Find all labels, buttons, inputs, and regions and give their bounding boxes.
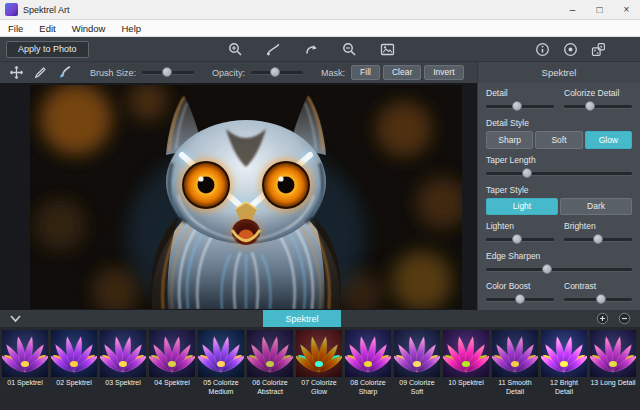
preset-thumbnail[interactable]: 04 Spektrel [149,330,195,410]
lighten-slider[interactable] [486,234,554,245]
apply-to-photo-button[interactable]: Apply to Photo [6,41,89,58]
preset-label: 05 Colorize Medium [198,379,244,397]
add-icon[interactable] [596,312,609,325]
canvas-area [0,83,477,310]
redo-icon[interactable] [304,42,319,57]
preset-label: 10 Spektrel [443,379,489,388]
toolbar-center-icons [89,42,535,57]
menu-bar: File Edit Window Help [0,20,640,37]
tool-buttons [9,65,72,80]
window-title: Spektrel Art [23,5,70,15]
brighten-slider[interactable] [564,234,632,245]
lighten-label: Lighten [486,221,554,231]
preset-label: 01 Spektrel [2,379,48,388]
colorize-detail-label: Colorize Detail [564,88,632,98]
preset-image [51,330,97,377]
preset-image [541,330,587,377]
preset-image [492,330,538,377]
menu-help[interactable]: Help [113,20,149,36]
tab-bar-icons [596,312,631,325]
taper-style-light-button[interactable]: Light [486,198,558,216]
preview-image-icon[interactable] [380,42,395,57]
brighten-label: Brighten [564,221,632,231]
mask-invert-button[interactable]: Invert [424,65,463,80]
mask-clear-button[interactable]: Clear [383,65,421,80]
minimize-button[interactable]: – [559,0,586,19]
taper-length-slider[interactable] [486,168,632,179]
adjustments-panel: Detail Colorize Detail Detail Style Shar… [477,83,640,310]
detail-style-glow-button[interactable]: Glow [585,131,632,149]
preset-label: 02 Spektrel [51,379,97,388]
brush-icon[interactable] [266,42,281,57]
taper-style-label: Taper Style [486,185,632,195]
colorize-detail-slider[interactable] [564,101,632,112]
remove-icon[interactable] [618,312,631,325]
preset-label: 06 Colorize Abstract [247,379,293,397]
preset-thumbnail[interactable]: 02 Spektrel [51,330,97,410]
maximize-button[interactable]: □ [586,0,613,19]
preset-image [2,330,48,377]
contrast-slider[interactable] [564,294,632,305]
brush-size-label: Brush Size: [90,68,136,78]
preset-label: 09 Colorize Soft [394,379,440,397]
preset-thumbnail[interactable]: 09 Colorize Soft [394,330,440,410]
brush-size-slider[interactable] [142,67,194,78]
preset-image [149,330,195,377]
detail-style-sharp-button[interactable]: Sharp [486,131,533,149]
preset-label: 13 Long Detail [590,379,636,388]
taper-style-group: Light Dark [486,198,632,216]
preset-tab-bar: Spektrel [0,310,640,327]
preset-thumbnail[interactable]: 12 Bright Detail [541,330,587,410]
preset-thumbnail[interactable]: 07 Colorize Glow [296,330,342,410]
preset-thumbnail[interactable]: 01 Spektrel [2,330,48,410]
preset-thumbnail[interactable]: 05 Colorize Medium [198,330,244,410]
detail-style-soft-button[interactable]: Soft [535,131,582,149]
detail-slider[interactable] [486,101,554,112]
detail-label: Detail [486,88,554,98]
opacity-label: Opacity: [212,68,245,78]
info-icon[interactable] [535,42,550,57]
preset-image [247,330,293,377]
preset-image [100,330,146,377]
menu-window[interactable]: Window [64,20,114,36]
contrast-label: Contrast [564,281,632,291]
artwork-image[interactable] [30,85,462,309]
app-window: Spektrel Art – □ × File Edit Window Help… [0,0,640,410]
preset-label: 11 Smooth Detail [492,379,538,397]
color-boost-slider[interactable] [486,294,554,305]
close-button[interactable]: × [613,0,640,19]
detail-style-group: Sharp Soft Glow [486,131,632,149]
menu-file[interactable]: File [0,20,31,36]
main-toolbar: Apply to Photo [0,37,640,61]
preset-image [443,330,489,377]
menu-edit[interactable]: Edit [31,20,63,36]
mask-fill-button[interactable]: Fill [351,65,380,80]
preset-thumbnail[interactable]: 13 Long Detail [590,330,636,410]
chevron-down-icon[interactable] [8,311,23,326]
toolbar-right-icons [535,42,606,57]
preset-label: 12 Bright Detail [541,379,587,397]
preset-thumbnail[interactable]: 06 Colorize Abstract [247,330,293,410]
preset-thumbnail[interactable]: 03 Spektrel [100,330,146,410]
thumbnail-strip: 01 Spektrel 02 Spektrel 03 Spektrel 04 S… [0,327,640,410]
preset-thumbnail[interactable]: 11 Smooth Detail [492,330,538,410]
window-controls: – □ × [559,0,640,19]
edge-sharpen-slider[interactable] [486,264,632,275]
opacity-slider[interactable] [251,67,303,78]
taper-length-label: Taper Length [486,155,632,165]
preset-image [296,330,342,377]
move-tool-icon[interactable] [9,65,24,80]
zoom-in-icon[interactable] [228,42,243,57]
preset-image [345,330,391,377]
edge-sharpen-label: Edge Sharpen [486,251,632,261]
tool-options-bar: Brush Size: Opacity: Mask: Fill Clear In… [0,61,640,83]
pencil-tool-icon[interactable] [33,65,48,80]
random-dice-icon[interactable] [591,42,606,57]
target-icon[interactable] [563,42,578,57]
taper-style-dark-button[interactable]: Dark [560,198,632,216]
preset-thumbnail[interactable]: 10 Spektrel [443,330,489,410]
paintbrush-tool-icon[interactable] [57,65,72,80]
zoom-out-icon[interactable] [342,42,357,57]
preset-thumbnail[interactable]: 08 Colorize Sharp [345,330,391,410]
preset-category-tab[interactable]: Spektrel [263,310,341,327]
